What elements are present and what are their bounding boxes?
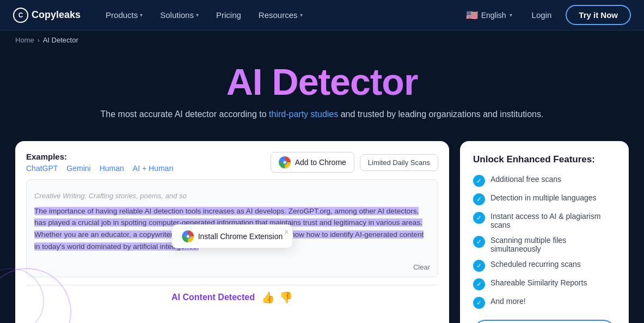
chevron-down-icon: ▾	[300, 12, 303, 18]
breadcrumb-current: AI Detector	[43, 36, 78, 44]
login-button[interactable]: Login	[524, 7, 560, 23]
check-icon-4: ✓	[473, 260, 485, 272]
feature-item-4: ✓ Scheduled recurring scans	[473, 260, 616, 272]
features-title: Unlock Enhanced Features:	[473, 154, 616, 165]
try-it-now-button[interactable]: Try it Now	[566, 5, 631, 25]
language-selector[interactable]: 🇺🇸 English ▾	[461, 6, 518, 25]
chrome-icon	[279, 156, 291, 168]
chrome-install-popup: Install Chrome Extension x	[171, 224, 293, 248]
result-bar: AI Content Detected 👍 👎	[26, 285, 438, 304]
examples-label: Examples:	[26, 152, 67, 161]
features-card: Unlock Enhanced Features: ✓ Additional f…	[460, 141, 629, 323]
nav-pricing[interactable]: Pricing	[208, 6, 249, 24]
add-to-chrome-button[interactable]: Add to Chrome	[271, 152, 354, 173]
thumbs-up-icon[interactable]: 👍	[261, 291, 275, 304]
logo-text: Copyleaks	[32, 9, 81, 21]
chevron-down-icon: ▾	[510, 12, 512, 18]
feature-item-3: ✓ Scanning multiple files simultaneously	[473, 236, 616, 253]
check-icon-5: ✓	[473, 278, 485, 290]
check-icon-1: ✓	[473, 193, 485, 205]
nav-products[interactable]: Products ▾	[98, 6, 150, 24]
feature-item-6: ✓ And more!	[473, 297, 616, 309]
flag-icon: 🇺🇸	[466, 9, 478, 21]
clear-button[interactable]: Clear	[413, 263, 430, 271]
feature-item-5: ✓ Shareable Similarity Reports	[473, 278, 616, 290]
result-icons: 👍 👎	[261, 291, 293, 304]
chrome-inner-icon	[282, 160, 287, 165]
breadcrumb: Home › AI Detector	[0, 31, 644, 50]
nav-items: Products ▾ Solutions ▾ Pricing Resources…	[98, 6, 461, 24]
main-content: Examples: ChatGPT Gemini Human AI + Huma…	[0, 141, 644, 323]
check-icon-0: ✓	[473, 175, 485, 187]
hero-subtitle: The most accurate AI detector according …	[13, 109, 631, 119]
hero-section: AI Detector The most accurate AI detecto…	[0, 50, 644, 141]
breadcrumb-separator: ›	[38, 36, 40, 44]
features-list: ✓ Additional free scans ✓ Detection in m…	[473, 175, 616, 309]
popup-close-button[interactable]: x	[285, 227, 289, 237]
tab-ai-human[interactable]: AI + Human	[133, 164, 173, 173]
tab-human[interactable]: Human	[100, 164, 124, 173]
nav-solutions[interactable]: Solutions ▾	[152, 6, 206, 24]
third-party-link[interactable]: third-party studies	[269, 109, 338, 119]
chrome-inner-popup-icon	[185, 234, 190, 239]
nav-resources[interactable]: Resources ▾	[251, 6, 310, 24]
tab-gemini[interactable]: Gemini	[66, 164, 90, 173]
logo-icon: C	[13, 8, 28, 23]
examples-tabs: ChatGPT Gemini Human AI + Human	[26, 164, 173, 173]
examples-section: Examples: ChatGPT Gemini Human AI + Huma…	[26, 152, 173, 173]
detector-actions: Add to Chrome Limited Daily Scans	[271, 152, 438, 173]
nav-right: 🇺🇸 English ▾ Login Try it Now	[461, 5, 631, 25]
tab-chatgpt[interactable]: ChatGPT	[26, 164, 58, 173]
thumbs-down-icon[interactable]: 👎	[279, 291, 293, 304]
detector-card: Examples: ChatGPT Gemini Human AI + Huma…	[15, 141, 449, 323]
feature-item-0: ✓ Additional free scans	[473, 175, 616, 187]
logo[interactable]: C Copyleaks	[13, 8, 81, 23]
feature-item-1: ✓ Detection in multiple languages	[473, 193, 616, 205]
feature-item-2: ✓ Instant access to AI & plagiarism scan…	[473, 212, 616, 229]
text-area-wrapper: Creative Writing: Crafting stories, poem…	[26, 179, 438, 277]
check-icon-2: ✓	[473, 212, 485, 224]
chrome-popup-icon	[182, 230, 194, 242]
limited-scans-button[interactable]: Limited Daily Scans	[360, 154, 438, 171]
text-hint: Creative Writing: Crafting stories, poem…	[34, 187, 430, 205]
text-content-box[interactable]: Creative Writing: Crafting stories, poem…	[26, 179, 438, 277]
chevron-down-icon: ▾	[140, 12, 143, 18]
chevron-down-icon: ▾	[196, 12, 199, 18]
check-icon-6: ✓	[473, 297, 485, 309]
navbar: C Copyleaks Products ▾ Solutions ▾ Prici…	[0, 0, 644, 31]
breadcrumb-home[interactable]: Home	[15, 36, 34, 44]
signup-button[interactable]: Sign Up For Free	[473, 320, 616, 323]
hero-title: AI Detector	[13, 60, 631, 103]
check-icon-3: ✓	[473, 236, 485, 248]
result-label: AI Content Detected	[171, 292, 255, 302]
detector-header: Examples: ChatGPT Gemini Human AI + Huma…	[26, 152, 438, 173]
